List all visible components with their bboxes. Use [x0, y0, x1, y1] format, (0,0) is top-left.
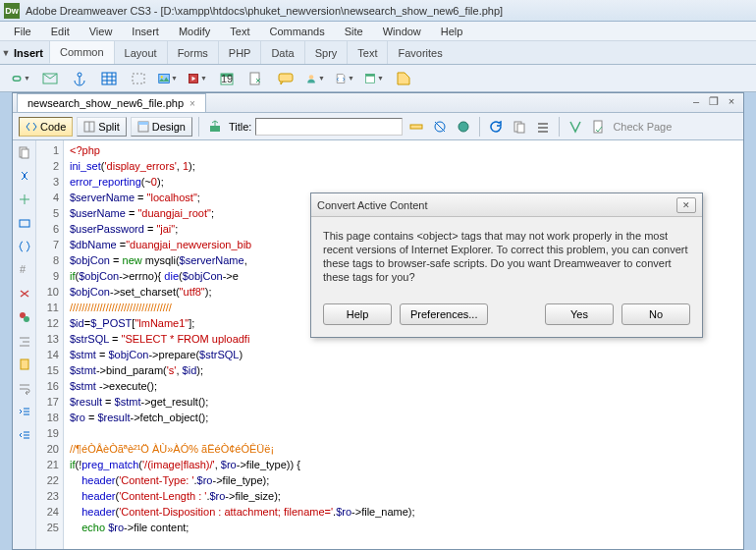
templates-icon[interactable]: ▼	[363, 68, 385, 89]
script-icon[interactable]: ▼	[334, 68, 355, 89]
svg-rect-2	[102, 73, 116, 84]
highlight-invalid-icon[interactable]	[17, 286, 32, 302]
svg-rect-25	[538, 127, 548, 129]
yes-button[interactable]: Yes	[545, 303, 614, 325]
menu-modify[interactable]: Modify	[169, 24, 220, 39]
design-view-button[interactable]: Design	[131, 117, 192, 137]
expand-all-icon[interactable]	[17, 192, 32, 207]
validate-icon[interactable]	[566, 117, 585, 137]
preferences-button[interactable]: Preferences...	[400, 303, 488, 325]
no-button[interactable]: No	[621, 303, 690, 325]
menu-insert[interactable]: Insert	[122, 24, 169, 39]
preview-icon[interactable]	[430, 117, 450, 137]
svg-point-5	[161, 76, 163, 78]
svg-point-21	[459, 122, 468, 132]
check-page-label: Check Page	[613, 121, 672, 133]
svg-rect-14	[366, 74, 375, 76]
coding-toolbar: #	[13, 140, 36, 549]
menu-view[interactable]: View	[80, 24, 123, 39]
insert-tab-favorites[interactable]: Favorites	[387, 41, 452, 64]
svg-rect-19	[410, 125, 422, 129]
tag-chooser-icon[interactable]	[393, 68, 414, 89]
dialog-body: This page contains <object> tags that ma…	[311, 217, 702, 296]
svg-rect-23	[517, 124, 524, 133]
svg-rect-30	[20, 220, 29, 227]
auto-indent-icon[interactable]	[17, 333, 32, 349]
menu-window[interactable]: Window	[373, 24, 431, 39]
svg-rect-18	[210, 126, 220, 132]
head-icon[interactable]: ▼	[304, 68, 326, 89]
app-title: Adobe Dreamweaver CS3 - [D:\xampp\htdocs…	[26, 5, 503, 17]
svg-rect-24	[538, 123, 548, 125]
open-docs-icon[interactable]	[17, 144, 32, 160]
document-tabbar: newsearch_show_new6_file.php × – ❐ ×	[13, 93, 743, 113]
dialog-titlebar[interactable]: Convert Active Content ✕	[311, 193, 702, 217]
insert-collapse-toggle[interactable]: ▼	[0, 48, 12, 58]
dialog-title: Convert Active Content	[317, 199, 676, 211]
document-tab-label: newsearch_show_new6_file.php	[27, 97, 184, 109]
select-parent-icon[interactable]	[17, 215, 32, 231]
svg-point-12	[309, 75, 314, 80]
insert-bar: ▼ Insert Common Layout Forms PHP Data Sp…	[0, 41, 756, 65]
options-icon[interactable]	[533, 117, 553, 137]
menu-commands[interactable]: Commands	[259, 24, 334, 39]
menu-file[interactable]: File	[4, 24, 41, 39]
globe-icon[interactable]	[454, 117, 473, 137]
svg-rect-4	[159, 74, 170, 82]
split-view-button[interactable]: Split	[77, 117, 126, 137]
insert-tab-spry[interactable]: Spry	[304, 41, 348, 64]
ruler-icon[interactable]	[406, 117, 426, 137]
syntax-color-icon[interactable]	[17, 309, 32, 325]
hyperlink-icon[interactable]: ▼	[10, 68, 31, 89]
insert-tab-common[interactable]: Common	[49, 41, 114, 64]
minimize-icon[interactable]: –	[690, 95, 702, 108]
code-view-button[interactable]: Code	[19, 117, 73, 137]
svg-text:#: #	[20, 263, 27, 275]
insert-tab-data[interactable]: Data	[260, 41, 303, 64]
menu-site[interactable]: Site	[335, 24, 373, 39]
restore-icon[interactable]: ❐	[708, 95, 720, 108]
live-data-icon[interactable]	[205, 117, 225, 137]
svg-rect-17	[138, 122, 148, 125]
dialog-close-icon[interactable]: ✕	[676, 197, 696, 213]
svg-rect-11	[279, 74, 293, 82]
balance-braces-icon[interactable]	[17, 239, 32, 254]
menu-help[interactable]: Help	[431, 24, 473, 39]
check-page-icon[interactable]	[589, 117, 609, 137]
app-titlebar: Dw Adobe Dreamweaver CS3 - [D:\xampp\htd…	[0, 0, 756, 22]
media-icon[interactable]: ▼	[187, 68, 208, 89]
div-icon[interactable]	[128, 68, 149, 89]
server-include-icon[interactable]	[245, 68, 267, 89]
collapse-icon[interactable]	[17, 168, 32, 184]
insert-tab-layout[interactable]: Layout	[114, 41, 167, 64]
line-numbers-icon[interactable]: #	[17, 262, 32, 278]
insert-tab-php[interactable]: PHP	[218, 41, 261, 64]
indent-icon[interactable]	[17, 404, 32, 419]
snippets-icon[interactable]	[17, 357, 32, 372]
svg-rect-29	[22, 149, 28, 158]
insert-tab-text[interactable]: Text	[347, 41, 387, 64]
insert-tab-forms[interactable]: Forms	[167, 41, 218, 64]
menu-edit[interactable]: Edit	[41, 24, 80, 39]
date-icon[interactable]: 19	[216, 68, 238, 89]
word-wrap-icon[interactable]	[17, 380, 32, 396]
comment-icon[interactable]	[275, 68, 297, 89]
title-label: Title:	[229, 121, 251, 133]
insert-toolbar: ▼ ▼ ▼ 19 ▼ ▼ ▼	[0, 65, 756, 92]
close-icon[interactable]: ×	[726, 95, 737, 108]
line-number-gutter: 1234567891011121314151617181920212223242…	[36, 140, 64, 549]
document-tab[interactable]: newsearch_show_new6_file.php ×	[17, 93, 206, 112]
image-icon[interactable]: ▼	[157, 68, 179, 89]
email-link-icon[interactable]	[39, 68, 61, 89]
named-anchor-icon[interactable]	[69, 68, 90, 89]
help-button[interactable]: Help	[323, 303, 392, 325]
close-tab-icon[interactable]: ×	[189, 98, 195, 109]
outdent-icon[interactable]	[17, 427, 32, 443]
table-icon[interactable]	[98, 68, 120, 89]
menu-text[interactable]: Text	[220, 24, 259, 39]
file-mgmt-icon[interactable]	[510, 117, 529, 137]
refresh-icon[interactable]	[486, 117, 506, 137]
svg-point-1	[78, 73, 81, 77]
convert-active-content-dialog: Convert Active Content ✕ This page conta…	[310, 192, 703, 338]
title-input[interactable]	[255, 118, 403, 136]
